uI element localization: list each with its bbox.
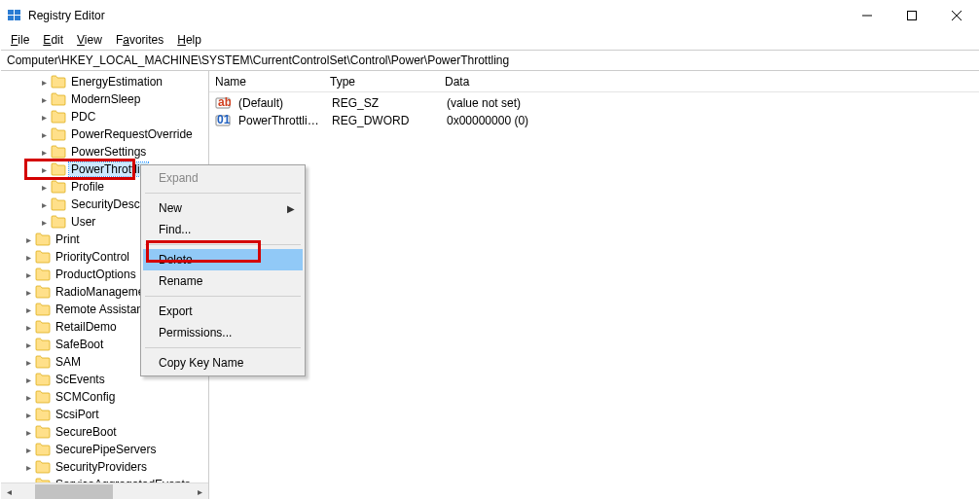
value-type-icon: ab [215, 95, 231, 111]
tree-label: RetailDemo [54, 320, 119, 334]
chevron-right-icon[interactable]: ▸ [22, 391, 34, 403]
ctx-permissions[interactable]: Permissions... [143, 322, 303, 343]
tree-item[interactable]: ▸SecurePipeServers [1, 441, 208, 458]
values-header[interactable]: Name Type Data [209, 71, 979, 92]
folder-icon [35, 443, 51, 456]
tree-item[interactable]: ▸SCMConfig [1, 388, 208, 406]
ctx-expand[interactable]: Expand [143, 167, 303, 189]
folder-icon [35, 232, 51, 246]
chevron-right-icon[interactable]: ▸ [22, 339, 34, 350]
maximize-button[interactable] [889, 1, 934, 30]
folder-icon [51, 92, 66, 106]
column-type[interactable]: Type [324, 75, 439, 89]
ctx-find[interactable]: Find... [143, 219, 303, 240]
menu-file[interactable]: File [5, 32, 35, 48]
chevron-right-icon[interactable]: ▸ [38, 93, 50, 105]
scroll-right-icon[interactable]: ▸ [192, 483, 208, 499]
chevron-right-icon[interactable]: ▸ [38, 146, 50, 158]
chevron-right-icon[interactable]: ▸ [38, 111, 50, 123]
folder-icon [35, 320, 51, 334]
svg-rect-5 [908, 12, 917, 20]
ctx-separator [145, 347, 301, 348]
folder-icon [35, 285, 51, 299]
ctx-export[interactable]: Export [143, 301, 303, 322]
folder-icon [35, 338, 51, 351]
chevron-right-icon[interactable]: ▸ [38, 76, 50, 88]
menu-view[interactable]: View [71, 32, 108, 48]
tree-item[interactable]: ▸EnergyEstimation [1, 73, 208, 90]
value-type: REG_DWORD [326, 114, 441, 127]
tree-label: ProductOptions [54, 268, 138, 281]
svg-rect-0 [8, 10, 14, 15]
chevron-right-icon[interactable]: ▸ [22, 444, 34, 455]
chevron-right-icon[interactable]: ▸ [22, 374, 34, 385]
window-title: Registry Editor [28, 9, 105, 22]
chevron-right-icon[interactable]: ▸ [22, 286, 34, 298]
column-name[interactable]: Name [209, 75, 324, 89]
tree-label: SCMConfig [54, 390, 117, 404]
value-name: PowerThrottling... [233, 114, 326, 127]
ctx-copy-key-name[interactable]: Copy Key Name [143, 352, 303, 374]
ctx-rename[interactable]: Rename [143, 270, 303, 292]
values-pane: Name Type Data ab(Default)REG_SZ(value n… [209, 71, 979, 499]
scroll-left-icon[interactable]: ◂ [1, 483, 18, 499]
column-data[interactable]: Data [439, 75, 979, 89]
chevron-right-icon[interactable]: ▸ [22, 321, 34, 333]
folder-icon [51, 180, 66, 194]
scroll-thumb[interactable] [35, 484, 113, 499]
svg-rect-2 [8, 16, 14, 20]
chevron-right-icon[interactable]: ▸ [38, 216, 50, 228]
tree-item[interactable]: ▸PowerRequestOverride [1, 125, 208, 143]
tree-label: RadioManagemen [54, 285, 153, 299]
ctx-delete[interactable]: Delete [143, 249, 303, 270]
tree-label: User [69, 215, 97, 229]
chevron-right-icon: ▶ [287, 203, 295, 214]
tree-horizontal-scrollbar[interactable]: ◂ ▸ [1, 482, 208, 499]
menu-edit[interactable]: Edit [37, 32, 69, 48]
chevron-right-icon[interactable]: ▸ [22, 461, 34, 473]
menu-bar: File Edit View Favorites Help [1, 30, 979, 50]
chevron-right-icon[interactable]: ▸ [38, 128, 50, 140]
chevron-right-icon[interactable]: ▸ [38, 163, 50, 175]
value-row[interactable]: ab(Default)REG_SZ(value not set) [209, 94, 979, 112]
tree-item[interactable]: ▸PDC [1, 108, 208, 125]
chevron-right-icon[interactable]: ▸ [22, 426, 34, 438]
tree-item[interactable]: ▸SecurityProviders [1, 458, 208, 476]
window-controls [845, 1, 979, 30]
tree-label: SAM [54, 355, 83, 369]
title-bar: Registry Editor [1, 1, 979, 30]
chevron-right-icon[interactable]: ▸ [22, 304, 34, 315]
chevron-right-icon[interactable]: ▸ [22, 251, 34, 263]
tree-label: PowerRequestOverride [69, 127, 195, 141]
close-button[interactable] [934, 1, 979, 30]
folder-icon [35, 250, 51, 264]
folder-icon [51, 110, 66, 124]
chevron-right-icon[interactable]: ▸ [38, 198, 50, 210]
svg-text:011: 011 [217, 113, 231, 126]
folder-icon [51, 197, 66, 211]
chevron-right-icon[interactable]: ▸ [22, 233, 34, 245]
chevron-right-icon[interactable]: ▸ [38, 181, 50, 193]
svg-rect-1 [15, 10, 20, 15]
address-bar[interactable]: Computer\HKEY_LOCAL_MACHINE\SYSTEM\Curre… [1, 50, 979, 71]
tree-item[interactable]: ▸ScsiPort [1, 406, 208, 423]
chevron-right-icon[interactable]: ▸ [22, 409, 34, 420]
tree-label: EnergyEstimation [69, 75, 164, 89]
svg-rect-3 [15, 16, 20, 20]
menu-help[interactable]: Help [171, 32, 207, 48]
folder-icon [35, 303, 51, 316]
menu-favorites[interactable]: Favorites [110, 32, 169, 48]
chevron-right-icon[interactable]: ▸ [22, 356, 34, 368]
ctx-new[interactable]: New▶ [143, 197, 303, 219]
tree-label: SecureBoot [54, 425, 119, 439]
value-data: (value not set) [441, 96, 979, 110]
tree-item[interactable]: ▸PowerSettings [1, 143, 208, 161]
value-row[interactable]: 011PowerThrottling...REG_DWORD0x00000000… [209, 112, 979, 129]
minimize-button[interactable] [845, 1, 889, 30]
app-icon [7, 8, 22, 23]
chevron-right-icon[interactable]: ▸ [22, 268, 34, 280]
tree-item[interactable]: ▸SecureBoot [1, 423, 208, 441]
tree-item[interactable]: ▸ModernSleep [1, 90, 208, 108]
folder-icon [35, 373, 51, 386]
ctx-separator [145, 296, 301, 297]
